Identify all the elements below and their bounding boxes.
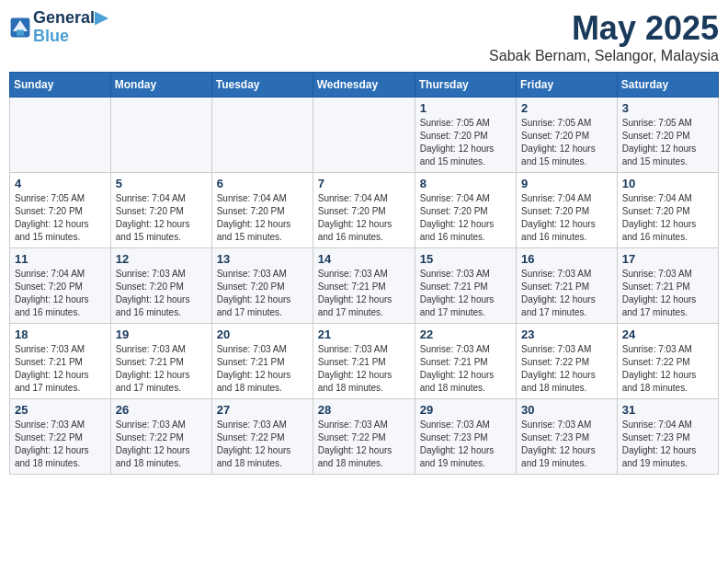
weekday-header-saturday: Saturday (617, 73, 718, 98)
day-info: Sunrise: 7:03 AM Sunset: 7:22 PM Dayligh… (116, 419, 207, 470)
calendar-cell: 10Sunrise: 7:04 AM Sunset: 7:20 PM Dayli… (617, 173, 718, 248)
logo: General▶ Blue (9, 9, 108, 46)
weekday-header-friday: Friday (517, 73, 618, 98)
day-number: 20 (217, 327, 308, 341)
day-info: Sunrise: 7:03 AM Sunset: 7:21 PM Dayligh… (217, 343, 308, 395)
day-info: Sunrise: 7:04 AM Sunset: 7:20 PM Dayligh… (521, 192, 612, 244)
day-info: Sunrise: 7:04 AM Sunset: 7:20 PM Dayligh… (622, 192, 713, 244)
calendar-cell: 15Sunrise: 7:03 AM Sunset: 7:21 PM Dayli… (415, 248, 516, 324)
calendar-cell: 14Sunrise: 7:03 AM Sunset: 7:21 PM Dayli… (313, 248, 415, 324)
calendar-cell: 30Sunrise: 7:03 AM Sunset: 7:23 PM Dayli… (517, 399, 618, 475)
day-number: 14 (318, 252, 410, 266)
day-info: Sunrise: 7:03 AM Sunset: 7:22 PM Dayligh… (521, 343, 612, 395)
day-number: 8 (420, 177, 511, 190)
day-info: Sunrise: 7:03 AM Sunset: 7:21 PM Dayligh… (318, 343, 410, 395)
calendar-cell (10, 98, 111, 173)
day-number: 12 (116, 252, 207, 266)
day-info: Sunrise: 7:03 AM Sunset: 7:23 PM Dayligh… (521, 419, 612, 470)
day-number: 27 (217, 403, 308, 417)
calendar-cell (211, 98, 313, 173)
calendar-cell: 12Sunrise: 7:03 AM Sunset: 7:20 PM Dayli… (110, 248, 211, 324)
day-number: 30 (521, 403, 612, 417)
day-info: Sunrise: 7:04 AM Sunset: 7:23 PM Dayligh… (622, 419, 713, 470)
day-number: 11 (15, 252, 106, 266)
day-number: 19 (116, 327, 207, 341)
subtitle: Sabak Bernam, Selangor, Malaysia (489, 48, 719, 64)
calendar-cell: 29Sunrise: 7:03 AM Sunset: 7:23 PM Dayli… (415, 399, 516, 475)
calendar-cell: 11Sunrise: 7:04 AM Sunset: 7:20 PM Dayli… (10, 248, 111, 324)
svg-rect-2 (17, 29, 24, 35)
day-number: 5 (116, 177, 207, 190)
calendar-cell: 21Sunrise: 7:03 AM Sunset: 7:21 PM Dayli… (313, 324, 415, 399)
calendar-cell: 31Sunrise: 7:04 AM Sunset: 7:23 PM Dayli… (617, 399, 718, 475)
calendar-cell: 4Sunrise: 7:05 AM Sunset: 7:20 PM Daylig… (10, 173, 111, 248)
calendar-cell: 6Sunrise: 7:04 AM Sunset: 7:20 PM Daylig… (211, 173, 313, 248)
day-number: 29 (420, 403, 511, 417)
calendar-cell: 17Sunrise: 7:03 AM Sunset: 7:21 PM Dayli… (617, 248, 718, 324)
day-info: Sunrise: 7:03 AM Sunset: 7:22 PM Dayligh… (622, 343, 713, 395)
day-info: Sunrise: 7:04 AM Sunset: 7:20 PM Dayligh… (420, 192, 511, 244)
calendar-cell: 22Sunrise: 7:03 AM Sunset: 7:21 PM Dayli… (415, 324, 516, 399)
calendar-cell: 20Sunrise: 7:03 AM Sunset: 7:21 PM Dayli… (211, 324, 313, 399)
calendar-cell: 18Sunrise: 7:03 AM Sunset: 7:21 PM Dayli… (10, 324, 111, 399)
day-info: Sunrise: 7:04 AM Sunset: 7:20 PM Dayligh… (116, 192, 207, 244)
day-number: 7 (318, 177, 410, 190)
calendar-cell: 9Sunrise: 7:04 AM Sunset: 7:20 PM Daylig… (517, 173, 618, 248)
weekday-header-tuesday: Tuesday (211, 73, 313, 98)
weekday-header-sunday: Sunday (10, 73, 111, 98)
weekday-header-thursday: Thursday (415, 73, 516, 98)
week-row-3: 11Sunrise: 7:04 AM Sunset: 7:20 PM Dayli… (10, 248, 719, 324)
day-info: Sunrise: 7:05 AM Sunset: 7:20 PM Dayligh… (622, 117, 713, 168)
day-info: Sunrise: 7:05 AM Sunset: 7:20 PM Dayligh… (420, 117, 511, 168)
day-number: 18 (15, 327, 106, 341)
day-number: 3 (622, 101, 713, 115)
day-number: 16 (521, 252, 612, 266)
day-info: Sunrise: 7:03 AM Sunset: 7:20 PM Dayligh… (116, 268, 207, 319)
calendar-cell: 26Sunrise: 7:03 AM Sunset: 7:22 PM Dayli… (110, 399, 211, 475)
week-row-1: 1Sunrise: 7:05 AM Sunset: 7:20 PM Daylig… (10, 98, 719, 173)
calendar-cell: 1Sunrise: 7:05 AM Sunset: 7:20 PM Daylig… (415, 98, 516, 173)
calendar-cell: 24Sunrise: 7:03 AM Sunset: 7:22 PM Dayli… (617, 324, 718, 399)
weekday-header-wednesday: Wednesday (313, 73, 415, 98)
day-info: Sunrise: 7:05 AM Sunset: 7:20 PM Dayligh… (521, 117, 612, 168)
page-header: General▶ Blue May 2025 Sabak Bernam, Sel… (9, 9, 719, 64)
day-info: Sunrise: 7:03 AM Sunset: 7:21 PM Dayligh… (420, 343, 511, 395)
day-info: Sunrise: 7:03 AM Sunset: 7:22 PM Dayligh… (15, 419, 106, 470)
weekday-header-row: SundayMondayTuesdayWednesdayThursdayFrid… (10, 73, 719, 98)
day-number: 1 (420, 101, 511, 115)
day-info: Sunrise: 7:03 AM Sunset: 7:21 PM Dayligh… (318, 268, 410, 319)
day-info: Sunrise: 7:03 AM Sunset: 7:21 PM Dayligh… (622, 268, 713, 319)
calendar-cell (313, 98, 415, 173)
day-info: Sunrise: 7:04 AM Sunset: 7:20 PM Dayligh… (217, 192, 308, 244)
calendar-cell (110, 98, 211, 173)
calendar-cell: 8Sunrise: 7:04 AM Sunset: 7:20 PM Daylig… (415, 173, 516, 248)
day-number: 26 (116, 403, 207, 417)
day-number: 21 (318, 327, 410, 341)
day-info: Sunrise: 7:03 AM Sunset: 7:21 PM Dayligh… (521, 268, 612, 319)
day-number: 24 (622, 327, 713, 341)
day-number: 10 (622, 177, 713, 190)
calendar-cell: 2Sunrise: 7:05 AM Sunset: 7:20 PM Daylig… (517, 98, 618, 173)
day-number: 31 (622, 403, 713, 417)
day-info: Sunrise: 7:03 AM Sunset: 7:21 PM Dayligh… (116, 343, 207, 395)
calendar-cell: 25Sunrise: 7:03 AM Sunset: 7:22 PM Dayli… (10, 399, 111, 475)
day-number: 28 (318, 403, 410, 417)
calendar-cell: 3Sunrise: 7:05 AM Sunset: 7:20 PM Daylig… (617, 98, 718, 173)
day-info: Sunrise: 7:04 AM Sunset: 7:20 PM Dayligh… (15, 268, 106, 319)
logo-icon (9, 17, 31, 39)
day-number: 13 (217, 252, 308, 266)
week-row-2: 4Sunrise: 7:05 AM Sunset: 7:20 PM Daylig… (10, 173, 719, 248)
day-number: 15 (420, 252, 511, 266)
calendar-cell: 7Sunrise: 7:04 AM Sunset: 7:20 PM Daylig… (313, 173, 415, 248)
day-info: Sunrise: 7:03 AM Sunset: 7:22 PM Dayligh… (217, 419, 308, 470)
week-row-5: 25Sunrise: 7:03 AM Sunset: 7:22 PM Dayli… (10, 399, 719, 475)
calendar-cell: 19Sunrise: 7:03 AM Sunset: 7:21 PM Dayli… (110, 324, 211, 399)
day-number: 17 (622, 252, 713, 266)
day-info: Sunrise: 7:03 AM Sunset: 7:21 PM Dayligh… (420, 268, 511, 319)
calendar-cell: 28Sunrise: 7:03 AM Sunset: 7:22 PM Dayli… (313, 399, 415, 475)
day-number: 4 (15, 177, 106, 190)
day-number: 22 (420, 327, 511, 341)
weekday-header-monday: Monday (110, 73, 211, 98)
day-info: Sunrise: 7:03 AM Sunset: 7:22 PM Dayligh… (318, 419, 410, 470)
title-area: May 2025 Sabak Bernam, Selangor, Malaysi… (489, 9, 719, 64)
